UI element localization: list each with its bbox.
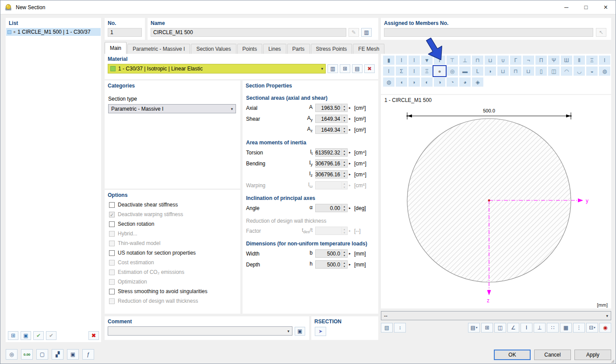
section-shape-icon[interactable]: ◍: [599, 66, 610, 76]
formula-button[interactable]: ƒ: [82, 349, 94, 360]
section-shape-icon[interactable]: ⊔: [485, 56, 496, 65]
comment-combo[interactable]: ▾: [108, 326, 292, 336]
property-value-input[interactable]: 1649.34▲▼: [315, 115, 348, 123]
tab-section-values[interactable]: Section Values: [191, 44, 236, 54]
apply-all-check-button[interactable]: ✔: [46, 331, 56, 340]
list-item-circle-m1-500[interactable]: ● 1 CIRCLE_M1 500 | 1 - C30/37: [6, 28, 101, 36]
property-value-input[interactable]: 1963.50▲▼: [315, 104, 348, 112]
apply-check-button[interactable]: ✔: [33, 331, 44, 340]
unit-arrow-icon[interactable]: ▸: [349, 106, 351, 110]
material-edit-button[interactable]: ▤: [352, 64, 363, 73]
spinner-icon[interactable]: ▲▼: [341, 171, 347, 178]
assigned-members-input[interactable]: [384, 28, 593, 37]
unit-arrow-icon[interactable]: ▸: [349, 262, 351, 266]
tab-stress-points[interactable]: Stress Points: [311, 44, 352, 54]
property-value-input[interactable]: 1649.34▲▼: [315, 126, 348, 134]
tab-parametric-massive-i[interactable]: Parametric - Massive I: [127, 44, 190, 54]
section-shape-icon[interactable]: ◕: [459, 77, 471, 87]
material-delete-button[interactable]: ✖: [364, 64, 375, 73]
section-library-button[interactable]: ▥: [361, 28, 372, 37]
checkbox-icon[interactable]: [109, 289, 115, 294]
resize-grip[interactable]: ◢: [611, 358, 614, 363]
section-shape-icon[interactable]: ▯: [535, 66, 547, 76]
checkbox-icon[interactable]: [109, 221, 115, 227]
section-shape-icon[interactable]: ◈: [472, 77, 483, 87]
section-shape-icon[interactable]: ◍: [383, 77, 394, 87]
preview-info-combo[interactable]: -- ▾: [381, 311, 611, 320]
section-shape-icon[interactable]: ⊓: [472, 56, 483, 65]
property-value-input[interactable]: 613592.32▲▼: [315, 148, 348, 157]
tab-main[interactable]: Main: [105, 42, 127, 54]
section-shape-icon[interactable]: ¬: [523, 56, 534, 65]
delete-all-sections-button[interactable]: ✖: [88, 331, 99, 340]
section-shape-icon[interactable]: I: [599, 56, 610, 65]
more-view-options-button[interactable]: ⋮: [573, 323, 585, 332]
grid-points-toggle-button[interactable]: ∷: [547, 323, 559, 332]
unit-arrow-icon[interactable]: ▸: [349, 252, 351, 256]
material-new-button[interactable]: ⊞: [340, 64, 350, 73]
spinner-icon[interactable]: ▲▼: [341, 205, 347, 211]
unit-arrow-icon[interactable]: ▸: [349, 206, 351, 210]
section-shape-icon[interactable]: Ш: [561, 56, 572, 65]
close-button[interactable]: ×: [596, 0, 616, 14]
unit-arrow-icon[interactable]: ▸: [349, 117, 351, 121]
section-shape-icon[interactable]: ◐: [421, 77, 433, 87]
section-shape-icon[interactable]: ◖: [396, 77, 407, 87]
section-shape-icon[interactable]: Ⅱ: [574, 56, 585, 65]
section-shape-icon[interactable]: ∪: [497, 56, 509, 65]
section-shape-icon[interactable]: Ι: [383, 66, 394, 76]
apply-button[interactable]: Apply: [574, 350, 611, 360]
material-library-button[interactable]: ▥: [327, 64, 338, 73]
dimensions-toggle-button[interactable]: ⊞: [481, 323, 493, 332]
section-shape-icon[interactable]: ▬: [459, 66, 471, 76]
spinner-icon[interactable]: ▲▼: [341, 105, 347, 111]
spinner-icon[interactable]: ▲▼: [341, 149, 347, 156]
shape-circle-icon[interactable]: ●: [434, 66, 445, 76]
new-section-button[interactable]: ⊞: [8, 331, 18, 340]
spinner-icon[interactable]: ▲▼: [341, 160, 347, 167]
section-type-combo[interactable]: Parametric - Massive I ▾: [108, 104, 236, 113]
spinner-icon[interactable]: ▲▼: [341, 126, 347, 133]
angle-toggle-button[interactable]: ∠: [507, 323, 519, 332]
tab-fe-mesh[interactable]: FE Mesh: [353, 44, 384, 54]
property-value-input[interactable]: 0.00▲▼: [315, 204, 348, 212]
section-number-input[interactable]: 1: [108, 28, 142, 37]
section-shape-icon[interactable]: ◎: [447, 66, 458, 76]
section-shape-icon[interactable]: Ι: [408, 56, 420, 65]
checkbox-icon[interactable]: [109, 250, 115, 256]
shading-button[interactable]: ▧: [381, 323, 393, 332]
spinner-icon[interactable]: ▲▼: [341, 116, 347, 122]
section-shape-icon[interactable]: Ξ: [586, 56, 598, 65]
section-shape-icon[interactable]: ◫: [548, 66, 560, 76]
unit-arrow-icon[interactable]: ▸: [349, 128, 351, 132]
section-shape-icon[interactable]: L: [472, 66, 483, 76]
spinner-icon[interactable]: ▲▼: [341, 250, 347, 257]
section-name-input[interactable]: CIRCLE_M1 500: [151, 28, 346, 37]
full-view-button[interactable]: ↕: [394, 323, 406, 332]
section-shape-icon[interactable]: ◔: [447, 77, 458, 87]
section-shape-icon[interactable]: ◠: [561, 66, 572, 76]
tab-points[interactable]: Points: [237, 44, 262, 54]
section-shape-icon[interactable]: ▮: [383, 56, 394, 65]
cancel-button[interactable]: Cancel: [534, 350, 571, 360]
section-shape-icon[interactable]: ◡: [574, 66, 585, 76]
decimal-places-button[interactable]: 0.00: [21, 349, 33, 360]
minimize-button[interactable]: ─: [556, 0, 576, 14]
property-value-input[interactable]: 306796.16▲▼: [315, 170, 348, 178]
principal-axes-toggle-button[interactable]: ⊥: [534, 323, 546, 332]
section-shape-icon[interactable]: ◗: [408, 77, 420, 87]
display-colors-button[interactable]: ▢: [36, 349, 48, 360]
section-shape-icon[interactable]: ⊓: [510, 66, 521, 76]
tab-lines[interactable]: Lines: [263, 44, 286, 54]
section-shape-icon[interactable]: Π: [535, 56, 547, 65]
rsection-export-button[interactable]: ➤: [315, 327, 326, 336]
material-combo[interactable]: 1 - C30/37 | Isotropic | Linear Elastic …: [108, 64, 326, 74]
ok-button[interactable]: OK: [494, 350, 531, 360]
find-section-button[interactable]: ◉: [599, 323, 611, 332]
section-shape-icon[interactable]: I: [408, 66, 420, 76]
property-value-input[interactable]: 500.0▲▼: [315, 249, 348, 258]
spinner-icon[interactable]: ▲▼: [341, 261, 347, 268]
copy-comment-button[interactable]: ▣: [295, 327, 305, 336]
section-shape-icon[interactable]: Ⅰ: [396, 56, 407, 65]
print-button[interactable]: ⊟▾: [586, 323, 598, 332]
